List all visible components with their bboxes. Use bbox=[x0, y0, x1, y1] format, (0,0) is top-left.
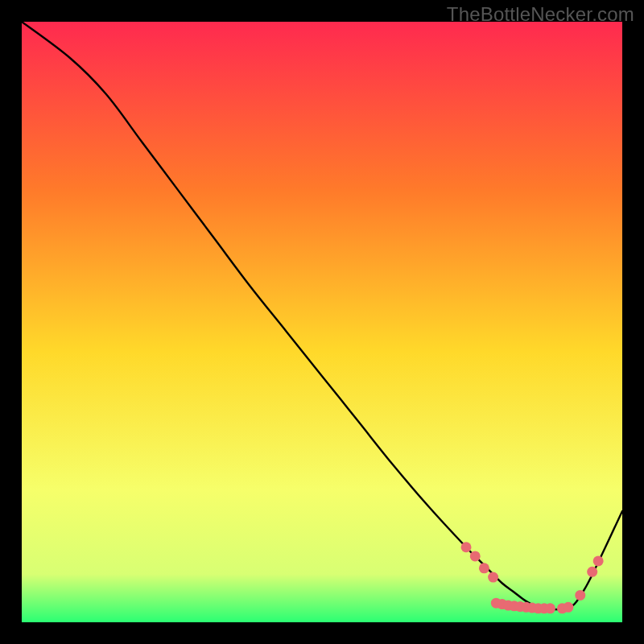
curve-marker bbox=[461, 542, 472, 552]
curve-marker bbox=[470, 551, 481, 561]
watermark-text: TheBottleNecker.com bbox=[447, 3, 634, 26]
chart-frame: TheBottleNecker.com bbox=[0, 0, 644, 644]
curve-marker bbox=[545, 603, 555, 613]
curve-marker bbox=[488, 572, 498, 583]
bottleneck-chart bbox=[22, 22, 622, 622]
gradient-background bbox=[22, 22, 622, 622]
curve-marker bbox=[479, 563, 489, 573]
curve-marker bbox=[563, 602, 573, 613]
curve-marker bbox=[593, 555, 604, 566]
plot-area bbox=[22, 22, 622, 622]
curve-marker bbox=[587, 567, 597, 577]
curve-marker bbox=[575, 590, 585, 601]
